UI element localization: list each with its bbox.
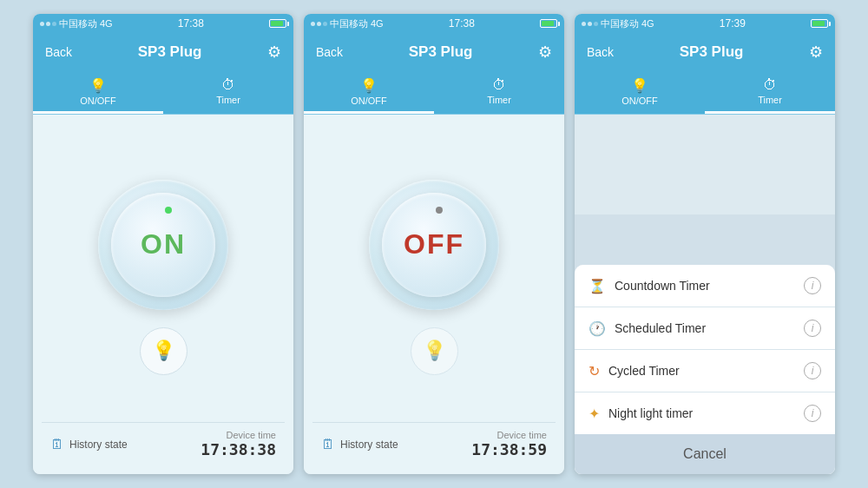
screen-2: 中国移动 4G 17:38 Back SP3 Plug ⚙ 💡 ON/OFF ⏱ — [304, 14, 564, 474]
tab-timer-3[interactable]: ⏱ Timer — [705, 71, 835, 114]
tab-timer-icon-2: ⏱ — [492, 77, 506, 93]
main-content-1: ON 💡 🗓 History state Device time 17:38:3… — [33, 115, 293, 474]
night-light-timer-label: Night light timer — [608, 406, 693, 420]
gear-icon-1[interactable]: ⚙ — [267, 43, 281, 62]
signal-dot-3 — [52, 22, 56, 26]
tab-timer-icon-1: ⏱ — [221, 77, 235, 93]
tab-onoff-3[interactable]: 💡 ON/OFF — [575, 71, 705, 114]
bottom-bar-2: 🗓 History state Device time 17:38:59 — [312, 422, 556, 465]
tab-bar-3: 💡 ON/OFF ⏱ Timer — [575, 71, 835, 115]
top-nav-2: Back SP3 Plug ⚙ — [304, 33, 564, 71]
light-icon-1[interactable]: 💡 — [140, 327, 187, 375]
light-icon-2[interactable]: 💡 — [411, 327, 458, 375]
network-label-1: 4G — [100, 18, 113, 29]
timer-menu: ⏳ Countdown Timer i 🕐 Scheduled Timer i — [575, 265, 835, 474]
cycled-timer-icon: ↻ — [589, 363, 600, 379]
nav-title-1: SP3 Plug — [138, 43, 202, 61]
power-button-outer-2[interactable]: OFF — [369, 180, 499, 310]
gear-icon-2[interactable]: ⚙ — [538, 43, 552, 62]
signal-dot-8 — [588, 22, 592, 26]
history-state-1[interactable]: 🗓 History state — [50, 437, 128, 452]
tab-timer-2[interactable]: ⏱ Timer — [434, 71, 564, 114]
gear-icon-3[interactable]: ⚙ — [809, 43, 823, 62]
power-button-inner-2[interactable]: OFF — [382, 193, 486, 297]
scheduled-timer-icon: 🕐 — [589, 320, 606, 337]
signal-dot-7 — [582, 22, 586, 26]
time-label-3: 17:39 — [720, 17, 746, 30]
scheduled-timer-label: Scheduled Timer — [615, 321, 706, 335]
countdown-info-icon[interactable]: i — [804, 277, 821, 294]
cycled-timer-item[interactable]: ↻ Cycled Timer i — [575, 350, 835, 392]
battery-2 — [540, 19, 557, 28]
tab-timer-label-3: Timer — [758, 95, 782, 105]
screens-container: 中国移动 4G 17:38 Back SP3 Plug ⚙ 💡 ON/OFF ⏱ — [0, 0, 868, 488]
cancel-button[interactable]: Cancel — [575, 434, 835, 474]
back-button-3[interactable]: Back — [587, 45, 614, 59]
network-label-2: 4G — [371, 18, 384, 29]
network-label-3: 4G — [641, 18, 654, 29]
time-label-1: 17:38 — [178, 17, 204, 30]
night-light-info-icon[interactable]: i — [804, 405, 821, 422]
countdown-timer-item[interactable]: ⏳ Countdown Timer i — [575, 265, 835, 307]
tab-onoff-icon-1: 💡 — [89, 77, 107, 94]
history-icon-2: 🗓 — [321, 437, 335, 452]
screen-3: 中国移动 4G 17:39 Back SP3 Plug ⚙ 💡 ON/OFF ⏱ — [575, 14, 835, 474]
signal-dot-4 — [311, 22, 315, 26]
top-nav-1: Back SP3 Plug ⚙ — [33, 33, 293, 71]
countdown-timer-label: Countdown Timer — [615, 279, 710, 293]
tab-timer-1[interactable]: ⏱ Timer — [163, 71, 293, 114]
bottom-bar-1: 🗓 History state Device time 17:38:38 — [42, 422, 285, 465]
signal-dot-5 — [317, 22, 321, 26]
tab-onoff-label-2: ON/OFF — [351, 96, 387, 106]
timer-overlay: ⏳ Countdown Timer i 🕐 Scheduled Timer i — [575, 214, 835, 474]
carrier-label-3: 中国移动 — [601, 17, 639, 30]
tab-onoff-1[interactable]: 💡 ON/OFF — [33, 71, 163, 114]
signal-dot-2 — [46, 22, 50, 26]
signal-dot-1 — [40, 22, 44, 26]
battery-3 — [811, 19, 828, 28]
time-label-2: 17:38 — [449, 17, 475, 30]
power-dot-2 — [436, 207, 443, 214]
back-button-1[interactable]: Back — [45, 45, 72, 59]
device-time-1: Device time 17:38:38 — [201, 430, 276, 458]
history-state-2[interactable]: 🗓 History state — [321, 437, 398, 452]
history-label-1: History state — [69, 439, 128, 451]
cycled-info-icon[interactable]: i — [804, 362, 821, 379]
power-button-wrapper-1: ON 💡 — [98, 132, 228, 422]
status-bar-3: 中国移动 4G 17:39 — [575, 14, 835, 33]
device-time-value-2: 17:38:59 — [471, 440, 547, 458]
power-button-outer-1[interactable]: ON — [98, 180, 228, 310]
power-dot-1 — [165, 207, 172, 214]
main-content-2: OFF 💡 🗓 History state Device time 17:38:… — [304, 115, 564, 474]
device-time-2: Device time 17:38:59 — [471, 430, 547, 458]
countdown-timer-icon: ⏳ — [589, 278, 606, 294]
power-text-2: OFF — [404, 228, 464, 260]
status-bar-1: 中国移动 4G 17:38 — [33, 14, 293, 33]
back-button-2[interactable]: Back — [316, 45, 343, 59]
signal-dot-6 — [323, 22, 327, 26]
carrier-label-1: 中国移动 — [59, 17, 97, 30]
power-text-1: ON — [141, 228, 186, 260]
tab-bar-1: 💡 ON/OFF ⏱ Timer — [33, 71, 293, 115]
device-time-label-1: Device time — [201, 430, 276, 440]
tab-timer-label-2: Timer — [487, 95, 511, 105]
power-button-wrapper-2: OFF 💡 — [369, 132, 499, 422]
scheduled-timer-item[interactable]: 🕐 Scheduled Timer i — [575, 307, 835, 350]
carrier-label-2: 中国移动 — [330, 17, 368, 30]
night-light-timer-icon: ✦ — [589, 406, 600, 422]
scheduled-info-icon[interactable]: i — [804, 320, 821, 337]
power-button-inner-1[interactable]: ON — [111, 193, 215, 297]
tab-onoff-icon-3: 💡 — [631, 77, 648, 94]
cycled-timer-label: Cycled Timer — [608, 364, 680, 378]
tab-onoff-label-3: ON/OFF — [621, 96, 658, 106]
tab-onoff-2[interactable]: 💡 ON/OFF — [304, 71, 434, 114]
tab-onoff-label-1: ON/OFF — [80, 96, 116, 106]
history-icon-1: 🗓 — [50, 437, 64, 452]
tab-bar-2: 💡 ON/OFF ⏱ Timer — [304, 71, 564, 115]
device-time-label-2: Device time — [471, 430, 547, 440]
night-light-timer-item[interactable]: ✦ Night light timer i — [575, 392, 835, 434]
nav-title-3: SP3 Plug — [680, 43, 744, 61]
screen3-body: ⏳ Countdown Timer i 🕐 Scheduled Timer i — [575, 115, 835, 474]
nav-title-2: SP3 Plug — [409, 43, 473, 61]
battery-1 — [269, 19, 286, 28]
